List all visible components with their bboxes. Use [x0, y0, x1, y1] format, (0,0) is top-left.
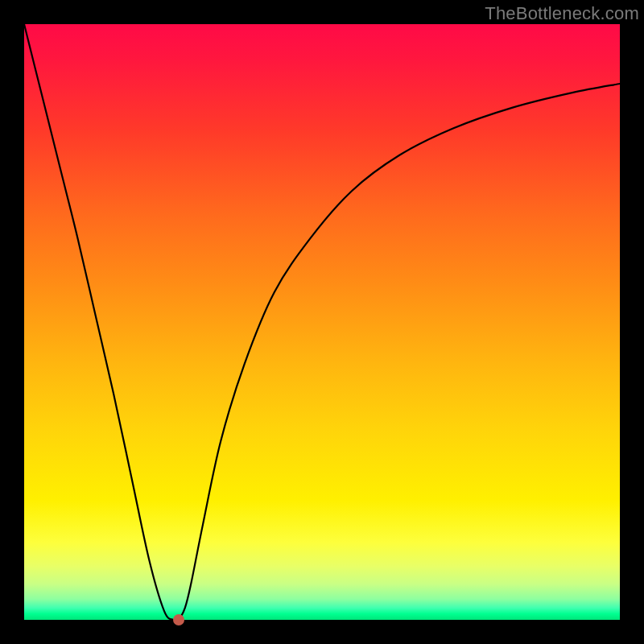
bottleneck-curve-path	[24, 24, 620, 620]
minimum-marker	[173, 614, 184, 625]
curve-svg	[24, 24, 620, 620]
chart-frame: TheBottleneck.com	[0, 0, 644, 644]
plot-area	[24, 24, 620, 620]
watermark-text: TheBottleneck.com	[485, 3, 639, 24]
